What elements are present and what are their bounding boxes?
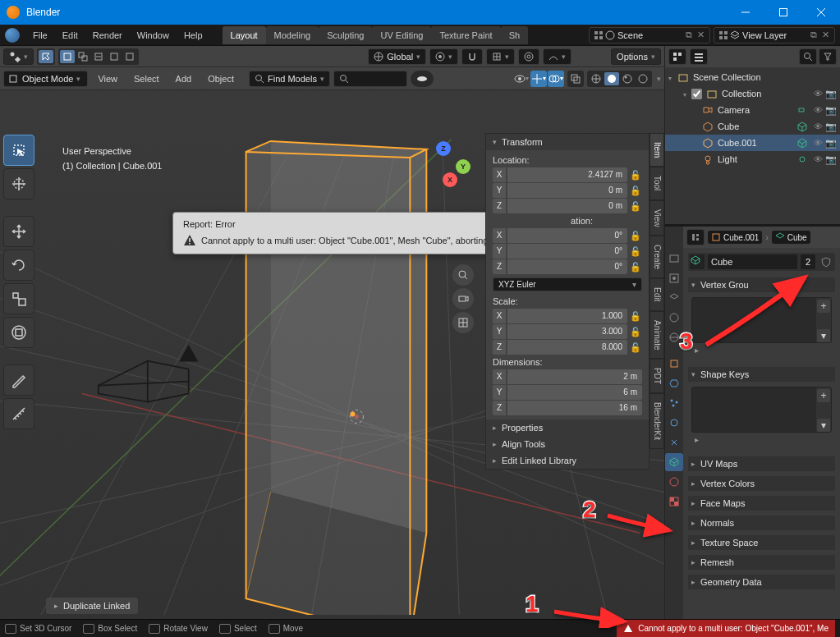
dim-y[interactable]: 6 m [507, 385, 642, 400]
face-maps-header[interactable]: Face Maps [688, 496, 835, 511]
pivot-selector[interactable]: ▾ [429, 48, 458, 65]
list-menu-icon[interactable]: ▾ [817, 419, 830, 432]
shading-matprev-icon[interactable] [620, 72, 635, 85]
ntab-create[interactable]: Create [650, 236, 664, 278]
search-input[interactable] [333, 71, 407, 87]
mesh-name-input[interactable]: Cube [708, 254, 797, 269]
tab-texture-paint[interactable]: Texture Paint [431, 26, 500, 44]
ptab-scene[interactable] [665, 309, 683, 327]
dim-z[interactable]: 16 m [507, 401, 642, 415]
cursor-icon[interactable] [39, 50, 53, 63]
lock-icon[interactable]: 🔓 [629, 341, 642, 354]
lock-icon[interactable]: 🔓 [629, 199, 642, 213]
last-operator-panel[interactable]: ▸ Duplicate Linked [46, 598, 138, 614]
eye-icon[interactable]: 👁 [812, 121, 824, 132]
select-extend-icon[interactable] [76, 50, 90, 63]
menu-file[interactable]: File [26, 27, 54, 44]
lock-icon[interactable]: 🔓 [629, 309, 642, 323]
menu-add[interactable]: Add [169, 71, 199, 86]
ptab-render[interactable] [665, 250, 683, 268]
select-intersect-icon[interactable] [122, 50, 137, 63]
rot-z[interactable]: 0° [507, 259, 627, 274]
gizmo-x-axis[interactable]: X [443, 172, 457, 187]
outliner-editor-selector[interactable] [668, 48, 686, 65]
tab-sculpting[interactable]: Sculpting [319, 26, 372, 44]
scene-new-icon[interactable]: ✕ [695, 30, 706, 41]
gizmo-z-axis[interactable]: Z [436, 141, 451, 156]
shading-wire-icon[interactable] [589, 72, 604, 85]
shape-keys-list[interactable]: +▾ [691, 387, 832, 433]
shape-keys-header[interactable]: Shape Keys [688, 367, 835, 382]
outliner-cube001[interactable]: Cube.001 👁📷 [665, 135, 840, 151]
eye-icon[interactable]: 👁 [812, 154, 824, 165]
viewlayer-selector[interactable]: ⧉ ✕ [714, 27, 835, 44]
outliner-scene-collection[interactable]: Scene Collection [665, 69, 840, 85]
tab-shading[interactable]: Sh [501, 26, 528, 44]
lock-icon[interactable]: 🔓 [629, 168, 642, 181]
select-invert-icon[interactable] [107, 50, 122, 63]
list-expand[interactable]: ▸ [691, 433, 832, 447]
render-icon[interactable]: 📷 [825, 154, 837, 165]
filter-icon[interactable] [819, 48, 837, 65]
normals-header[interactable]: Normals [688, 516, 835, 530]
visibility-icon[interactable]: ▾ [513, 71, 530, 87]
add-button[interactable]: + [817, 300, 830, 313]
tool-transform[interactable] [3, 317, 34, 348]
collection-enable[interactable] [691, 89, 702, 99]
breadcrumb-obj[interactable]: Cube.001 [708, 231, 762, 244]
overlay-toggle-icon[interactable]: ▾ [548, 71, 564, 87]
scene-selector[interactable]: ⧉ ✕ [589, 27, 710, 44]
ptab-modifiers[interactable] [665, 374, 683, 392]
select-mode-icons[interactable] [37, 48, 55, 65]
render-icon[interactable]: 📷 [825, 137, 837, 149]
viewlayer-name-input[interactable] [742, 30, 808, 40]
gizmo-toggle-icon[interactable]: ▾ [530, 71, 547, 87]
lock-icon[interactable]: 🔓 [629, 325, 642, 338]
tab-modeling[interactable]: Modeling [266, 26, 319, 44]
ntab-pdt[interactable]: PDT [650, 359, 664, 393]
mesh-users-button[interactable]: 2 [801, 254, 815, 269]
scl-z[interactable]: 8.000 [507, 340, 627, 355]
geometry-data-header[interactable]: Geometry Data [688, 575, 835, 589]
snap-toggle[interactable] [461, 48, 483, 65]
options-dropdown[interactable]: Options ▾ [611, 48, 661, 65]
rot-x[interactable]: 0° [507, 228, 627, 243]
tool-select-box[interactable] [3, 135, 34, 166]
remesh-header[interactable]: Remesh [688, 555, 835, 570]
menu-select[interactable]: Select [127, 71, 166, 86]
ptab-viewlayer[interactable] [665, 289, 683, 307]
tab-layout[interactable]: Layout [223, 26, 266, 44]
align-section[interactable]: Align Tools [486, 436, 649, 452]
scene-copy-icon[interactable]: ⧉ [683, 30, 695, 41]
ptab-object[interactable] [665, 355, 683, 373]
loc-z[interactable]: 0 m [507, 199, 627, 213]
shading-solid-icon[interactable] [604, 72, 619, 85]
ntab-blenderkit[interactable]: BlenderKit [650, 393, 664, 449]
uv-maps-header[interactable]: UV Maps [688, 456, 835, 471]
linked-section[interactable]: Edit Linked Library [486, 452, 649, 469]
tool-cursor[interactable] [3, 168, 34, 199]
scene-browse-icon[interactable] [593, 30, 604, 41]
loc-x[interactable]: 2.4127 m [507, 167, 627, 182]
select-filter-icons[interactable] [58, 48, 139, 65]
tab-uv-editing[interactable]: UV Editing [372, 26, 431, 44]
outliner-cube[interactable]: Cube 👁📷 [665, 118, 840, 135]
scl-y[interactable]: 3.000 [507, 324, 627, 339]
eye-icon[interactable]: 👁 [812, 88, 824, 99]
grid-persp-icon[interactable] [452, 312, 474, 333]
scene-name-input[interactable] [617, 30, 683, 40]
render-icon[interactable]: 📷 [825, 104, 837, 116]
ntab-view[interactable]: View [650, 200, 664, 236]
lock-icon[interactable]: 🔓 [629, 229, 642, 242]
minimize-button[interactable] [727, 0, 764, 25]
outliner-display-mode[interactable] [690, 48, 708, 65]
menu-render[interactable]: Render [86, 27, 129, 44]
mesh-data-icon[interactable] [690, 254, 705, 269]
ptab-particles[interactable] [665, 394, 683, 412]
ptab-output[interactable] [665, 269, 683, 287]
proportional-type[interactable]: ▾ [543, 48, 571, 65]
select-all-icon[interactable] [60, 50, 75, 63]
nav-gizmo[interactable]: Z Y X [418, 141, 467, 190]
add-button[interactable]: + [817, 389, 830, 402]
orientation-selector[interactable]: Global ▾ [368, 48, 426, 65]
